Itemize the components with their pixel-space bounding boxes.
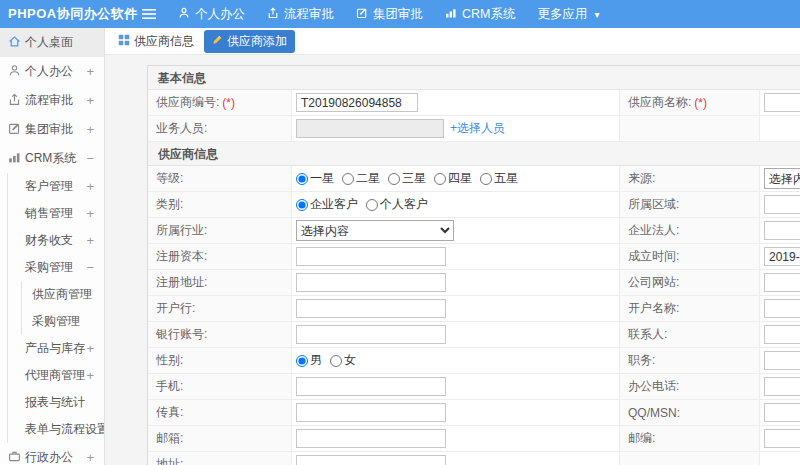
sidebar-item-supplier-mgmt[interactable]: 供应商管理	[22, 281, 104, 308]
mobile-input[interactable]	[296, 377, 446, 396]
supplier-no-input[interactable]	[296, 93, 418, 112]
expand-toggle[interactable]: +	[86, 179, 94, 194]
purchase-submenu: 供应商管理 采购管理	[21, 281, 104, 335]
region-input[interactable]	[764, 195, 800, 214]
sidebar-item-agent-mgmt[interactable]: 代理商管理 +	[8, 362, 104, 389]
zipcode-input[interactable]	[764, 429, 800, 448]
sidebar-item-personal-desktop[interactable]: 个人桌面	[0, 28, 104, 57]
sidebar-item-admin-office[interactable]: 行政办公 +	[0, 443, 104, 465]
industry-select[interactable]: 选择内容	[296, 220, 454, 241]
sidebar-item-purchase-mgmt[interactable]: 采购管理 −	[8, 254, 104, 281]
sales-person-input[interactable]	[296, 119, 444, 138]
sidebar-item-label: 采购管理	[32, 313, 80, 330]
field-label: 来源:	[620, 166, 760, 191]
expand-toggle[interactable]: +	[86, 341, 94, 356]
address-input[interactable]	[296, 455, 446, 465]
level-option[interactable]: 五星	[480, 170, 518, 187]
crm-submenu: 客户管理 + 销售管理 + 财务收支 + 采购管理 − 供应商管理 采购管理	[7, 173, 104, 443]
sidebar-item-reports-stats[interactable]: 报表与统计	[8, 389, 104, 416]
expand-toggle[interactable]: +	[86, 93, 94, 108]
workflow-icon	[267, 7, 279, 22]
category-radio-group: 企业客户 个人客户	[296, 196, 428, 213]
nav-label: 流程审批	[284, 6, 334, 23]
tab-label: 供应商添加	[227, 33, 287, 50]
field-label: 所属区域:	[620, 192, 760, 217]
level-option[interactable]: 三星	[388, 170, 426, 187]
sidebar-item-purchasing[interactable]: 采购管理	[22, 308, 104, 335]
sidebar-item-customer-mgmt[interactable]: 客户管理 +	[8, 173, 104, 200]
tab-supplier-info[interactable]: 供应商信息	[118, 33, 194, 50]
field-label: 开户名称:	[620, 296, 760, 321]
office-phone-input[interactable]	[764, 377, 800, 396]
form-row: 手机: 办公电话:	[148, 374, 800, 400]
gender-option[interactable]: 女	[330, 352, 356, 369]
fax-input[interactable]	[296, 403, 446, 422]
contact-input[interactable]	[764, 325, 800, 344]
gender-option[interactable]: 男	[296, 352, 322, 369]
field-label: 等级:	[148, 166, 292, 191]
sidebar-item-label: 销售管理	[25, 205, 73, 222]
sidebar-item-label: 表单与流程设置	[25, 421, 105, 438]
expand-toggle[interactable]: +	[86, 233, 94, 248]
field-label: 邮箱:	[148, 426, 292, 451]
field-label: 注册资本:	[148, 244, 292, 269]
nav-crm-system[interactable]: CRM系统	[445, 6, 515, 23]
expand-toggle[interactable]: +	[86, 122, 94, 137]
sidebar-item-group-approval[interactable]: 集团审批 +	[0, 115, 104, 144]
sidebar-item-finance[interactable]: 财务收支 +	[8, 227, 104, 254]
category-option[interactable]: 企业客户	[296, 196, 358, 213]
expand-toggle[interactable]: +	[86, 64, 94, 79]
level-option[interactable]: 四星	[434, 170, 472, 187]
collapse-toggle[interactable]: −	[86, 151, 94, 166]
hamburger-menu-icon[interactable]	[142, 8, 156, 20]
sidebar-item-label: 流程审批	[25, 92, 73, 109]
form-row: 注册资本: 成立时间:	[148, 244, 800, 270]
nav-group-approval[interactable]: 集团审批	[356, 6, 423, 23]
bank-input[interactable]	[296, 299, 446, 318]
nav-personal-office[interactable]: 个人办公	[178, 6, 245, 23]
qq-msn-input[interactable]	[764, 403, 800, 422]
sidebar-item-product-inventory[interactable]: 产品与库存 +	[8, 335, 104, 362]
sidebar-item-workflow-approval[interactable]: 流程审批 +	[0, 86, 104, 115]
person-icon	[178, 7, 190, 22]
field-label: 供应商编号: (*)	[148, 90, 292, 115]
founded-date-input[interactable]	[764, 247, 800, 266]
main-content: 供应商信息 供应商添加 基本信息 供应商编号: (*)	[105, 28, 800, 465]
sidebar-item-crm-system[interactable]: CRM系统 −	[0, 144, 104, 173]
legal-person-input[interactable]	[764, 221, 800, 240]
level-option[interactable]: 二星	[342, 170, 380, 187]
expand-toggle[interactable]: +	[86, 368, 94, 383]
form-row: 注册地址: 公司网站:	[148, 270, 800, 296]
position-input[interactable]	[764, 351, 800, 370]
sidebar-item-sales-mgmt[interactable]: 销售管理 +	[8, 200, 104, 227]
nav-more-apps[interactable]: 更多应用 ▾	[537, 6, 599, 23]
expand-toggle[interactable]: +	[86, 450, 94, 465]
section-basic-info: 基本信息	[148, 66, 800, 90]
topbar: PHPOA协同办公软件 个人办公 流程审批 集团审批 CRM系统	[0, 0, 800, 28]
level-radio-group: 一星 二星 三星 四星 五星	[296, 170, 518, 187]
nav-workflow-approval[interactable]: 流程审批	[267, 6, 334, 23]
registered-capital-input[interactable]	[296, 247, 446, 266]
level-option[interactable]: 一星	[296, 170, 334, 187]
bank-account-input[interactable]	[296, 325, 446, 344]
sidebar-item-label: 财务收支	[25, 232, 73, 249]
supplier-name-input[interactable]	[764, 93, 800, 112]
sidebar-item-label: 集团审批	[25, 121, 73, 138]
category-option[interactable]: 个人客户	[366, 196, 428, 213]
select-person-link[interactable]: +选择人员	[450, 120, 505, 137]
nav-label: 更多应用	[537, 6, 587, 23]
chart-icon	[445, 7, 457, 22]
tab-bar: 供应商信息 供应商添加	[105, 28, 800, 55]
expand-toggle[interactable]: +	[86, 206, 94, 221]
sidebar-item-form-flow-settings[interactable]: 表单与流程设置 +	[8, 416, 104, 443]
registered-address-input[interactable]	[296, 273, 446, 292]
sidebar-item-personal-office[interactable]: 个人办公 +	[0, 57, 104, 86]
tab-supplier-add[interactable]: 供应商添加	[204, 30, 295, 53]
website-input[interactable]	[764, 273, 800, 292]
field-label: 手机:	[148, 374, 292, 399]
account-name-input[interactable]	[764, 299, 800, 318]
form-row: 性别: 男 女 职务:	[148, 348, 800, 374]
source-select[interactable]: 选择内容	[764, 168, 800, 189]
email-input[interactable]	[296, 429, 446, 448]
collapse-toggle[interactable]: −	[86, 260, 94, 275]
